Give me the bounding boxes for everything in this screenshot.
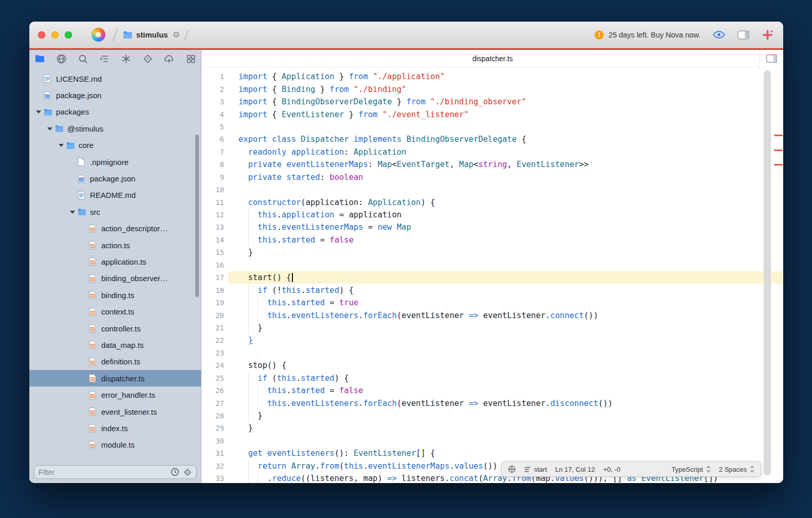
code-line-8[interactable]: 8 private eventListenerMaps: Map<EventTa…: [202, 158, 783, 171]
filter-input[interactable]: [39, 468, 167, 476]
code-line-16[interactable]: 16: [202, 259, 783, 271]
tree-item-stimulus[interactable]: @stimulus: [29, 120, 201, 137]
tree-item-packages[interactable]: packages: [29, 104, 201, 120]
new-item-button[interactable]: [762, 29, 774, 41]
line-number[interactable]: 8: [202, 160, 228, 169]
extensions-grid-icon[interactable]: [185, 53, 196, 64]
tree-item-core[interactable]: core: [29, 137, 201, 154]
code-line-10[interactable]: 10: [202, 183, 783, 196]
code-line-14[interactable]: 14 this.started = false: [202, 234, 783, 246]
code-line-31[interactable]: 31 get eventListeners(): EventListener[]…: [202, 447, 783, 459]
code-line-5[interactable]: 5: [202, 121, 783, 133]
code-line-21[interactable]: 21 }: [202, 322, 783, 334]
line-number[interactable]: 16: [202, 261, 228, 269]
tree-item-license-md[interactable]: LICENSE.md: [29, 70, 201, 87]
tree-item-data-map-ts[interactable]: data_map.ts: [29, 337, 201, 353]
code-line-3[interactable]: 3import { BindingObserverDelegate } from…: [202, 96, 783, 108]
code-line-28[interactable]: 28 }: [202, 410, 783, 422]
tree-item-action-ts[interactable]: action.ts: [29, 237, 201, 253]
minimize-window-button[interactable]: [51, 31, 59, 39]
line-number[interactable]: 13: [202, 223, 228, 231]
close-window-button[interactable]: [38, 31, 45, 39]
code-line-18[interactable]: 18 if (!this.started) {: [202, 284, 783, 296]
chevron-down-icon[interactable]: [67, 208, 78, 216]
code-line-17[interactable]: 17 start() {: [202, 271, 783, 284]
tree-item-src[interactable]: src: [29, 203, 201, 220]
code-line-29[interactable]: 29 }: [202, 422, 783, 434]
line-number[interactable]: 10: [202, 186, 228, 194]
tree-item-readme-md[interactable]: README.md: [29, 187, 201, 203]
code-line-22[interactable]: 22 }: [202, 334, 783, 346]
line-number[interactable]: 20: [202, 311, 228, 320]
cursor-position[interactable]: Ln 17, Col 12: [555, 466, 595, 473]
code-line-12[interactable]: 12 this.application = application: [202, 209, 783, 221]
line-number[interactable]: 14: [202, 236, 228, 244]
language-selector[interactable]: TypeScript: [671, 466, 710, 473]
symbol-path[interactable]: start: [524, 466, 547, 473]
line-number[interactable]: 9: [202, 173, 228, 181]
line-number[interactable]: 7: [202, 148, 228, 156]
tree-item-binding-observer[interactable]: binding_observer…: [29, 270, 201, 287]
code-line-7[interactable]: 7 readonly application: Application: [202, 146, 783, 158]
code-line-15[interactable]: 15 }: [202, 246, 783, 258]
line-number[interactable]: 5: [202, 123, 228, 131]
recent-clock-icon[interactable]: [171, 468, 179, 476]
code-line-2[interactable]: 2import { Binding } from "./binding": [202, 83, 783, 95]
tree-item-npmignore[interactable]: .npmignore: [29, 154, 201, 170]
publish-cloud-icon[interactable]: [163, 53, 175, 64]
tree-item-controller-ts[interactable]: controller.ts: [29, 320, 201, 337]
code-line-13[interactable]: 13 this.eventListenerMaps = new Map: [202, 221, 783, 233]
code-line-26[interactable]: 26 this.started = false: [202, 384, 783, 397]
tree-item-package-json[interactable]: package.json: [29, 87, 201, 103]
line-number[interactable]: 23: [202, 349, 228, 357]
line-number[interactable]: 27: [202, 399, 228, 408]
editor-scrollbar[interactable]: [764, 70, 771, 475]
chevron-down-icon[interactable]: [33, 107, 44, 116]
zoom-window-button[interactable]: [65, 31, 72, 39]
line-number[interactable]: 30: [202, 437, 228, 445]
code-line-27[interactable]: 27 this.eventListeners.forEach(eventList…: [202, 397, 783, 409]
code-line-25[interactable]: 25 if (this.started) {: [202, 372, 783, 384]
line-number[interactable]: 31: [202, 449, 228, 457]
tree-item-index-ts[interactable]: index.ts: [29, 420, 201, 436]
line-number[interactable]: 26: [202, 386, 228, 395]
chevron-down-icon[interactable]: [56, 141, 66, 150]
code-line-9[interactable]: 9 private started: boolean: [202, 171, 783, 183]
line-number[interactable]: 33: [202, 474, 228, 483]
line-number[interactable]: 24: [202, 361, 228, 369]
preview-button[interactable]: [713, 30, 725, 39]
gear-icon[interactable]: ⚙: [173, 31, 180, 39]
line-number[interactable]: 21: [202, 324, 228, 332]
indent-selector[interactable]: 2 Spaces: [719, 466, 754, 473]
line-number[interactable]: 19: [202, 299, 228, 307]
toggle-panel-button[interactable]: [737, 30, 749, 40]
line-number[interactable]: 6: [202, 135, 228, 143]
tree-item-event-listener-ts[interactable]: event_listener.ts: [29, 403, 201, 420]
code-editor[interactable]: 1import { Application } from "./applicat…: [202, 67, 783, 483]
line-number[interactable]: 22: [202, 336, 228, 344]
line-number[interactable]: 4: [202, 110, 228, 119]
code-line-23[interactable]: 23: [202, 347, 783, 359]
line-number[interactable]: 28: [202, 412, 228, 420]
tags-diamond-icon[interactable]: [142, 53, 153, 64]
code-line-20[interactable]: 20 this.eventListeners.forEach(eventList…: [202, 309, 783, 321]
trial-notice[interactable]: ! 25 days left. Buy Nova now.: [595, 30, 700, 40]
tree-item-definition-ts[interactable]: definition.ts: [29, 354, 201, 370]
line-number[interactable]: 3: [202, 98, 228, 106]
remote-globe-icon[interactable]: [56, 53, 67, 64]
line-number[interactable]: 32: [202, 462, 228, 470]
tree-item-dispatcher-ts[interactable]: dispatcher.ts: [29, 370, 201, 386]
line-number[interactable]: 2: [202, 85, 228, 94]
issues-asterisk-icon[interactable]: [120, 53, 132, 64]
line-number[interactable]: 17: [202, 273, 228, 282]
line-number[interactable]: 11: [202, 198, 228, 207]
code-line-30[interactable]: 30: [202, 435, 783, 447]
chevron-down-icon[interactable]: [45, 124, 55, 133]
search-icon[interactable]: [77, 53, 88, 64]
code-line-24[interactable]: 24 stop() {: [202, 359, 783, 372]
scope-diamond-icon[interactable]: [183, 468, 192, 476]
line-number[interactable]: 25: [202, 374, 228, 382]
line-number[interactable]: 12: [202, 211, 228, 219]
tree-item-action-descriptor[interactable]: action_descriptor…: [29, 220, 201, 237]
tree-item-context-ts[interactable]: context.ts: [29, 303, 201, 320]
